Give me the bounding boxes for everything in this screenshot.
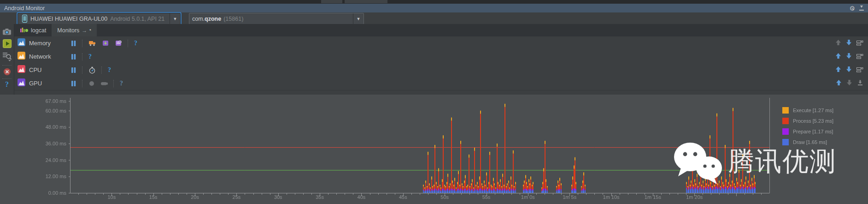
toolbar-separator: [82, 40, 83, 47]
move-down-icon[interactable]: [846, 53, 852, 61]
stopwatch-icon[interactable]: [88, 66, 96, 74]
memory-monitor-icon: [18, 38, 25, 48]
x-tick-label: 1m 20s: [686, 194, 703, 200]
gutter-separator: [2, 78, 12, 79]
phone-icon: [22, 14, 28, 23]
legend-label: Process [5.23 ms]: [793, 118, 833, 124]
toolbar-separator: [101, 66, 102, 74]
help-icon[interactable]: ?: [134, 40, 137, 47]
x-tick-label: 50s: [440, 194, 449, 200]
legend-swatch: [782, 107, 789, 114]
gc-truck-icon[interactable]: [88, 40, 96, 47]
terminate-application-icon[interactable]: [0, 68, 14, 76]
alloc-tracker-icon[interactable]: [115, 40, 122, 47]
tab-logcat[interactable]: logcat: [14, 24, 52, 36]
heap-dump-icon[interactable]: [102, 40, 109, 47]
screen-record-icon[interactable]: [0, 39, 14, 48]
gear-icon[interactable]: ⚙▾: [849, 4, 854, 12]
monitor-label: GPU: [29, 80, 59, 87]
window-top-edge: [0, 0, 868, 4]
toolbar-separator: [113, 80, 114, 87]
move-up-icon[interactable]: [835, 39, 841, 48]
logcat-icon: [20, 27, 29, 34]
monitor-tools: ?: [70, 66, 111, 74]
device-dropdown-arrow[interactable]: ▼: [170, 13, 180, 24]
move-up-icon[interactable]: [835, 53, 841, 61]
move-down-icon[interactable]: [846, 39, 852, 48]
x-tick-label: 1m 10s: [603, 194, 620, 200]
help-icon[interactable]: ?: [108, 66, 111, 74]
row-right-actions: [835, 63, 863, 77]
device-details: Android 5.0.1, API 21: [110, 16, 164, 22]
restore-icon[interactable]: [856, 53, 863, 61]
pause-icon[interactable]: [70, 40, 76, 47]
help-icon[interactable]: ?: [88, 53, 92, 60]
top-edge-fragment: [321, 0, 342, 3]
monitor-row-cpu: CPU?: [14, 63, 868, 77]
restore-icon[interactable]: [856, 39, 863, 48]
tool-window-title-bar: Android Monitor ⚙▾: [0, 4, 868, 12]
move-down-icon[interactable]: [846, 66, 852, 74]
network-monitor-icon: [18, 52, 25, 61]
toolbar-separator: [128, 40, 129, 47]
monitor-tab-strip: logcat Monitors → *: [14, 24, 868, 37]
legend-label: Prepare [1.17 ms]: [793, 129, 833, 134]
tab-modified-star: *: [89, 28, 91, 33]
toolbar-separator: [82, 66, 83, 74]
move-down-icon[interactable]: [846, 79, 852, 88]
device-selector[interactable]: HUAWEI HUAWEI GRA-UL00 Android 5.0.1, AP…: [18, 13, 181, 24]
pause-icon[interactable]: [70, 80, 76, 87]
process-selector[interactable]: com.qzone (15861) ▼: [189, 13, 364, 24]
x-tick-label: 1m 0s: [521, 194, 535, 200]
tab-monitors[interactable]: Monitors → *: [52, 24, 96, 36]
top-edge-fragment: [345, 0, 387, 3]
legend-item: Execute [1.27 ms]: [782, 107, 833, 114]
move-up-icon[interactable]: [835, 66, 841, 74]
y-tick-label: 67.00 ms: [37, 98, 66, 104]
record-circle-icon[interactable]: [88, 80, 95, 87]
gpu-monitor-icon: [18, 78, 25, 88]
process-pid: (15861): [223, 16, 243, 22]
legend-label: Execute [1.27 ms]: [793, 108, 833, 113]
watermark-text: 腾讯优测: [728, 144, 837, 180]
device-name: HUAWEI HUAWEI GRA-UL00: [30, 16, 107, 22]
x-tick-label: 45s: [399, 194, 407, 200]
record-pill-icon[interactable]: [100, 80, 108, 87]
process-dropdown-arrow[interactable]: ▼: [353, 13, 364, 24]
x-tick-label: 35s: [316, 194, 324, 200]
row-right-actions: [835, 50, 863, 63]
tool-window-title: Android Monitor: [4, 5, 45, 12]
help-icon[interactable]: ?: [120, 80, 123, 87]
process-prefix: com.: [192, 16, 205, 22]
pause-icon[interactable]: [70, 67, 76, 73]
hide-panel-icon[interactable]: [859, 6, 864, 11]
monitor-row-memory: Memory?: [14, 36, 868, 50]
pause-icon[interactable]: [70, 54, 76, 60]
help-icon[interactable]: ?: [0, 80, 14, 89]
process-name: qzone: [205, 16, 221, 22]
restore-icon[interactable]: [856, 66, 863, 74]
screenshot-camera-icon[interactable]: [0, 28, 14, 36]
tab-drag-arrow: →: [82, 27, 87, 34]
monitor-tools: ?: [70, 80, 123, 87]
legend-item: Process [5.23 ms]: [782, 118, 833, 124]
minimize-icon[interactable]: [857, 79, 863, 88]
x-tick-label: 25s: [233, 194, 241, 200]
monitor-side-toolbar: ?: [0, 24, 14, 95]
monitor-toolbar: HUAWEI HUAWEI GRA-UL00 Android 5.0.1, AP…: [0, 12, 868, 24]
toolbar-separator: [82, 53, 83, 60]
monitor-row-network: Network?: [14, 50, 868, 64]
monitor-label: Network: [29, 53, 59, 60]
monitor-label: Memory: [29, 40, 59, 47]
row-right-actions: [836, 77, 863, 90]
monitor-tools: ?: [70, 53, 92, 60]
wechat-logo-icon: [673, 138, 724, 185]
monitor-label: CPU: [29, 66, 59, 73]
move-up-icon[interactable]: [836, 79, 842, 88]
legend-item: Prepare [1.17 ms]: [782, 128, 833, 135]
tab-label: Monitors: [57, 27, 79, 34]
system-info-icon[interactable]: [0, 52, 14, 61]
y-tick-label: 0.00 ms: [37, 190, 66, 196]
x-tick-label: 55s: [482, 194, 491, 200]
monitor-tools: ?: [70, 40, 137, 47]
